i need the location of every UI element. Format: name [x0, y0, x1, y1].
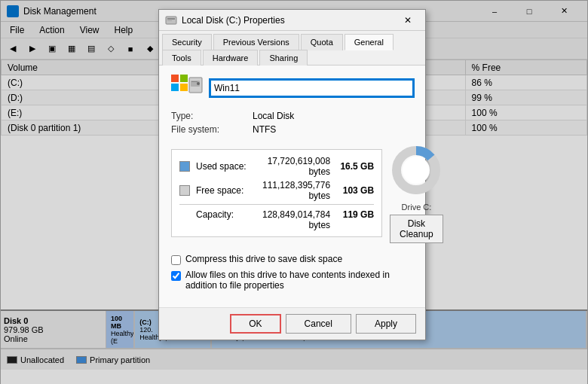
ok-button[interactable]: OK	[230, 314, 280, 334]
svg-rect-2	[167, 20, 172, 21]
apply-button[interactable]: Apply	[356, 314, 416, 334]
tab-sharing[interactable]: Sharing	[259, 50, 308, 66]
svg-rect-6	[180, 84, 188, 91]
props-grid: Type: Local Disk File system: NTFS	[171, 111, 413, 135]
type-label: Type:	[171, 111, 247, 121]
capacity-row: Capacity: 128,849,014,784 bytes 119 GB	[179, 204, 374, 230]
svg-rect-5	[171, 84, 179, 91]
used-gb: 16.5 GB	[336, 161, 374, 172]
svg-point-13	[403, 157, 430, 184]
tab-security[interactable]: Security	[162, 34, 212, 50]
free-space-row: Free space: 111,128,395,776 bytes 103 GB	[179, 180, 374, 201]
compress-label: Compress this drive to save disk space	[185, 254, 342, 264]
index-checkbox-row: Allow files on this drive to have conten…	[171, 270, 413, 291]
svg-rect-9	[191, 81, 198, 82]
fs-label: File system:	[171, 124, 247, 135]
dialog-title-text: Local Disk (C:) Properties	[182, 15, 392, 26]
compress-checkbox[interactable]	[171, 255, 181, 265]
dialog-title-icon	[165, 14, 177, 26]
index-label: Allow files on this drive to have conten…	[185, 270, 413, 291]
donut-chart	[390, 144, 443, 197]
drive-c-label: Drive C:	[402, 203, 432, 212]
space-and-cleanup: Used space: 17,720,619,008 bytes 16.5 GB…	[171, 144, 413, 246]
tab-hardware[interactable]: Hardware	[203, 50, 259, 66]
drive-name-input[interactable]	[210, 80, 413, 96]
svg-point-10	[197, 82, 200, 85]
free-bytes: 111,128,395,776 bytes	[262, 180, 330, 201]
free-gb: 103 GB	[336, 185, 374, 196]
dialog-footer: OK Cancel Apply	[159, 307, 425, 340]
svg-rect-4	[180, 75, 188, 82]
svg-rect-3	[171, 75, 179, 82]
used-label: Used space:	[196, 161, 256, 172]
dialog-body: Type: Local Disk File system: NTFS Used …	[159, 66, 425, 307]
cap-gb: 119 GB	[336, 209, 374, 230]
disk-cleanup-button[interactable]: Disk Cleanup	[390, 215, 443, 243]
used-space-row: Used space: 17,720,619,008 bytes 16.5 GB	[179, 156, 374, 177]
space-info: Used space: 17,720,619,008 bytes 16.5 GB…	[171, 149, 382, 237]
used-color-box	[179, 161, 190, 172]
cap-label: Capacity:	[196, 209, 256, 230]
free-label: Free space:	[196, 185, 256, 196]
type-value: Local Disk	[253, 111, 413, 121]
fs-value: NTFS	[253, 124, 413, 135]
cancel-button[interactable]: Cancel	[286, 314, 351, 334]
drive-header	[171, 75, 413, 102]
compress-checkbox-row: Compress this drive to save disk space	[171, 254, 413, 265]
dialog-close-button[interactable]: ✕	[397, 13, 419, 28]
tab-general[interactable]: General	[345, 34, 394, 50]
index-checkbox[interactable]	[171, 271, 181, 281]
tab-previous-versions[interactable]: Previous Versions	[213, 34, 299, 50]
free-color-box	[179, 185, 190, 196]
svg-rect-1	[167, 18, 175, 20]
tab-tools[interactable]: Tools	[162, 50, 201, 66]
dialog-titlebar: Local Disk (C:) Properties ✕	[159, 10, 425, 31]
used-bytes: 17,720,619,008 bytes	[262, 156, 330, 177]
checkbox-area: Compress this drive to save disk space A…	[171, 254, 413, 291]
drive-icon	[171, 75, 203, 102]
cap-bytes: 128,849,014,784 bytes	[262, 209, 330, 230]
tab-quota[interactable]: Quota	[301, 34, 343, 50]
tab-bar: Security Previous Versions Quota General…	[159, 31, 425, 66]
properties-dialog: Local Disk (C:) Properties ✕ Security Pr…	[158, 9, 426, 340]
